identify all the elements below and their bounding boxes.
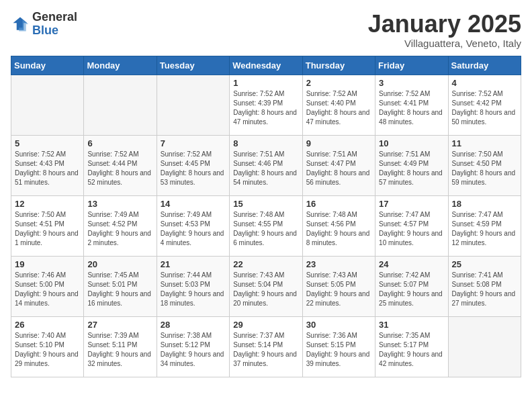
calendar-week-row: 26Sunrise: 7:40 AM Sunset: 5:10 PM Dayli…: [11, 316, 521, 377]
title-block: January 2025 Villaguattera, Veneto, Ital…: [368, 11, 521, 49]
calendar-day-cell: 20Sunrise: 7:45 AM Sunset: 5:01 PM Dayli…: [84, 256, 157, 316]
day-number: 13: [87, 199, 152, 209]
day-number: 12: [15, 199, 80, 209]
day-info: Sunrise: 7:43 AM Sunset: 5:05 PM Dayligh…: [306, 271, 371, 308]
day-info: Sunrise: 7:43 AM Sunset: 5:04 PM Dayligh…: [233, 271, 298, 308]
calendar-day-cell: [157, 75, 229, 135]
day-number: 5: [15, 138, 80, 148]
calendar-day-cell: 15Sunrise: 7:48 AM Sunset: 4:55 PM Dayli…: [230, 195, 302, 256]
day-info: Sunrise: 7:42 AM Sunset: 5:07 PM Dayligh…: [379, 271, 444, 308]
day-number: 6: [87, 138, 152, 148]
day-number: 23: [306, 259, 371, 269]
calendar-day-cell: 10Sunrise: 7:51 AM Sunset: 4:49 PM Dayli…: [375, 135, 448, 195]
day-info: Sunrise: 7:50 AM Sunset: 4:51 PM Dayligh…: [15, 210, 80, 248]
day-number: 9: [306, 138, 371, 148]
day-number: 1: [233, 78, 298, 88]
page-header: General Blue January 2025 Villaguattera,…: [11, 11, 521, 49]
calendar-day-cell: [11, 75, 84, 135]
logo: General Blue: [11, 11, 77, 38]
day-number: 16: [306, 199, 371, 209]
calendar-week-row: 5Sunrise: 7:52 AM Sunset: 4:43 PM Daylig…: [11, 135, 521, 195]
day-info: Sunrise: 7:51 AM Sunset: 4:46 PM Dayligh…: [233, 150, 298, 187]
calendar-day-cell: 7Sunrise: 7:52 AM Sunset: 4:45 PM Daylig…: [157, 135, 229, 195]
day-number: 24: [379, 259, 444, 269]
day-number: 26: [15, 320, 80, 330]
day-info: Sunrise: 7:52 AM Sunset: 4:45 PM Dayligh…: [161, 150, 226, 187]
day-info: Sunrise: 7:45 AM Sunset: 5:01 PM Dayligh…: [87, 271, 152, 308]
weekday-header: Sunday: [11, 56, 84, 75]
day-number: 17: [379, 199, 444, 209]
logo-blue: Blue: [32, 24, 58, 37]
day-number: 4: [452, 78, 517, 88]
day-number: 10: [379, 138, 444, 148]
day-info: Sunrise: 7:48 AM Sunset: 4:55 PM Dayligh…: [233, 210, 298, 248]
day-number: 29: [233, 320, 298, 330]
calendar-day-cell: 9Sunrise: 7:51 AM Sunset: 4:47 PM Daylig…: [302, 135, 375, 195]
calendar-day-cell: 6Sunrise: 7:52 AM Sunset: 4:44 PM Daylig…: [84, 135, 157, 195]
calendar-day-cell: 21Sunrise: 7:44 AM Sunset: 5:03 PM Dayli…: [157, 256, 229, 316]
calendar-day-cell: 19Sunrise: 7:46 AM Sunset: 5:00 PM Dayli…: [11, 256, 84, 316]
calendar-day-cell: 1Sunrise: 7:52 AM Sunset: 4:39 PM Daylig…: [230, 75, 302, 135]
weekday-header: Monday: [84, 56, 157, 75]
day-info: Sunrise: 7:38 AM Sunset: 5:12 PM Dayligh…: [161, 331, 226, 369]
calendar-day-cell: 18Sunrise: 7:47 AM Sunset: 4:59 PM Dayli…: [448, 195, 521, 256]
day-info: Sunrise: 7:40 AM Sunset: 5:10 PM Dayligh…: [15, 331, 80, 369]
logo-text: General Blue: [32, 11, 77, 38]
calendar-week-row: 19Sunrise: 7:46 AM Sunset: 5:00 PM Dayli…: [11, 256, 521, 316]
calendar-day-cell: 5Sunrise: 7:52 AM Sunset: 4:43 PM Daylig…: [11, 135, 84, 195]
logo-icon: [11, 15, 30, 34]
day-info: Sunrise: 7:39 AM Sunset: 5:11 PM Dayligh…: [87, 331, 152, 369]
day-info: Sunrise: 7:47 AM Sunset: 4:59 PM Dayligh…: [452, 210, 517, 248]
day-info: Sunrise: 7:37 AM Sunset: 5:14 PM Dayligh…: [233, 331, 298, 369]
day-info: Sunrise: 7:41 AM Sunset: 5:08 PM Dayligh…: [452, 271, 517, 308]
calendar-day-cell: 25Sunrise: 7:41 AM Sunset: 5:08 PM Dayli…: [448, 256, 521, 316]
day-number: 31: [379, 320, 444, 330]
day-info: Sunrise: 7:49 AM Sunset: 4:52 PM Dayligh…: [87, 210, 152, 248]
day-number: 14: [161, 199, 226, 209]
day-info: Sunrise: 7:36 AM Sunset: 5:15 PM Dayligh…: [306, 331, 371, 369]
calendar-day-cell: 28Sunrise: 7:38 AM Sunset: 5:12 PM Dayli…: [157, 316, 229, 377]
weekday-header: Wednesday: [230, 56, 302, 75]
calendar-subtitle: Villaguattera, Veneto, Italy: [368, 38, 521, 49]
weekday-header: Thursday: [302, 56, 375, 75]
calendar-day-cell: 4Sunrise: 7:52 AM Sunset: 4:42 PM Daylig…: [448, 75, 521, 135]
calendar-day-cell: 11Sunrise: 7:50 AM Sunset: 4:50 PM Dayli…: [448, 135, 521, 195]
calendar-header-row: SundayMondayTuesdayWednesdayThursdayFrid…: [11, 56, 521, 75]
calendar-day-cell: 12Sunrise: 7:50 AM Sunset: 4:51 PM Dayli…: [11, 195, 84, 256]
day-number: 11: [452, 138, 517, 148]
weekday-header: Tuesday: [157, 56, 229, 75]
calendar-day-cell: 13Sunrise: 7:49 AM Sunset: 4:52 PM Dayli…: [84, 195, 157, 256]
calendar-title: January 2025: [368, 11, 521, 38]
calendar-week-row: 12Sunrise: 7:50 AM Sunset: 4:51 PM Dayli…: [11, 195, 521, 256]
calendar-day-cell: 3Sunrise: 7:52 AM Sunset: 4:41 PM Daylig…: [375, 75, 448, 135]
calendar-day-cell: 8Sunrise: 7:51 AM Sunset: 4:46 PM Daylig…: [230, 135, 302, 195]
logo-general: General: [32, 10, 77, 24]
day-info: Sunrise: 7:51 AM Sunset: 4:49 PM Dayligh…: [379, 150, 444, 187]
day-info: Sunrise: 7:48 AM Sunset: 4:56 PM Dayligh…: [306, 210, 371, 248]
day-info: Sunrise: 7:52 AM Sunset: 4:43 PM Dayligh…: [15, 150, 80, 187]
calendar-table: SundayMondayTuesdayWednesdayThursdayFrid…: [11, 56, 521, 377]
weekday-header: Saturday: [448, 56, 521, 75]
day-info: Sunrise: 7:52 AM Sunset: 4:41 PM Dayligh…: [379, 89, 444, 127]
day-number: 30: [306, 320, 371, 330]
day-info: Sunrise: 7:52 AM Sunset: 4:44 PM Dayligh…: [87, 150, 152, 187]
day-number: 15: [233, 199, 298, 209]
weekday-header: Friday: [375, 56, 448, 75]
day-number: 22: [233, 259, 298, 269]
calendar-day-cell: 23Sunrise: 7:43 AM Sunset: 5:05 PM Dayli…: [302, 256, 375, 316]
calendar-day-cell: 2Sunrise: 7:52 AM Sunset: 4:40 PM Daylig…: [302, 75, 375, 135]
calendar-day-cell: 31Sunrise: 7:35 AM Sunset: 5:17 PM Dayli…: [375, 316, 448, 377]
day-info: Sunrise: 7:52 AM Sunset: 4:39 PM Dayligh…: [233, 89, 298, 127]
calendar-week-row: 1Sunrise: 7:52 AM Sunset: 4:39 PM Daylig…: [11, 75, 521, 135]
calendar-day-cell: 22Sunrise: 7:43 AM Sunset: 5:04 PM Dayli…: [230, 256, 302, 316]
day-info: Sunrise: 7:51 AM Sunset: 4:47 PM Dayligh…: [306, 150, 371, 187]
calendar-day-cell: [448, 316, 521, 377]
day-info: Sunrise: 7:52 AM Sunset: 4:42 PM Dayligh…: [452, 89, 517, 127]
day-number: 20: [87, 259, 152, 269]
calendar-day-cell: 16Sunrise: 7:48 AM Sunset: 4:56 PM Dayli…: [302, 195, 375, 256]
calendar-day-cell: [84, 75, 157, 135]
calendar-day-cell: 14Sunrise: 7:49 AM Sunset: 4:53 PM Dayli…: [157, 195, 229, 256]
day-info: Sunrise: 7:44 AM Sunset: 5:03 PM Dayligh…: [161, 271, 226, 308]
day-number: 7: [161, 138, 226, 148]
day-info: Sunrise: 7:49 AM Sunset: 4:53 PM Dayligh…: [161, 210, 226, 248]
